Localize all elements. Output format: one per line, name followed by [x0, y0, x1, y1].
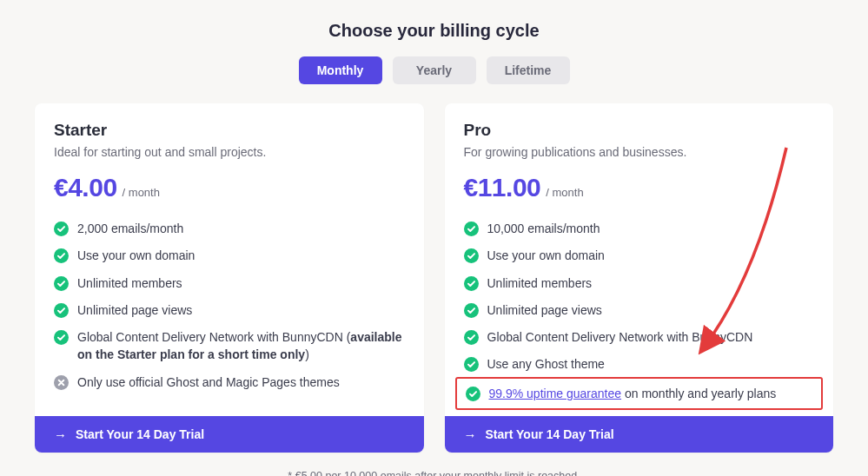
- start-trial-button[interactable]: → Start Your 14 Day Trial: [445, 416, 834, 453]
- plan-features: 10,000 emails/monthUse your own domainUn…: [464, 220, 815, 404]
- plan-tagline: For growing publications and businesses.: [464, 145, 815, 159]
- feature-text: Unlimited members: [487, 274, 593, 292]
- feature-row: 2,000 emails/month: [54, 220, 405, 237]
- feature-row: Unlimited page views: [54, 301, 405, 319]
- feature-text: 2,000 emails/month: [77, 220, 183, 237]
- feature-text: Use any Ghost theme: [487, 355, 605, 373]
- check-circle-icon: [464, 330, 479, 345]
- feature-row: Only use official Ghost and Magic Pages …: [54, 374, 405, 391]
- feature-row: Use your own domain: [464, 247, 815, 264]
- feature-row: 99.9% uptime guarantee on monthly and ye…: [466, 385, 813, 402]
- feature-text: Global Content Delivery Network with Bun…: [487, 328, 753, 346]
- check-circle-icon: [464, 221, 479, 236]
- feature-text: Global Content Delivery Network with Bun…: [77, 328, 405, 364]
- plan-price: €4.00: [54, 173, 117, 202]
- plan-tagline: Ideal for starting out and small project…: [54, 145, 405, 159]
- plan-card-pro: Pro For growing publications and busines…: [445, 103, 834, 453]
- feature-text: Only use official Ghost and Magic Pages …: [77, 374, 340, 391]
- feature-text: 10,000 emails/month: [487, 220, 600, 237]
- feature-row: Use your own domain: [54, 247, 405, 264]
- plan-card-starter: Starter Ideal for starting out and small…: [35, 103, 424, 453]
- plan-interval: / month: [123, 186, 160, 199]
- billing-cycle-tabs: Monthly Yearly Lifetime: [35, 56, 833, 84]
- feature-text: Use your own domain: [487, 247, 605, 264]
- plans-row: Starter Ideal for starting out and small…: [35, 103, 833, 453]
- footnote: * €5.00 per 10,000 emails after your mon…: [35, 470, 833, 476]
- feature-row: 10,000 emails/month: [464, 220, 815, 237]
- cta-label: Start Your 14 Day Trial: [486, 427, 614, 441]
- feature-text: Unlimited page views: [487, 301, 602, 319]
- plan-features: 2,000 emails/monthUse your own domainUnl…: [54, 220, 405, 391]
- page-title: Choose your billing cycle: [35, 21, 833, 41]
- feature-row: Use any Ghost theme: [464, 355, 815, 373]
- check-circle-icon: [464, 303, 479, 318]
- check-circle-icon: [54, 248, 69, 263]
- plan-name: Pro: [464, 121, 815, 140]
- check-circle-icon: [54, 276, 69, 291]
- tab-lifetime[interactable]: Lifetime: [487, 56, 570, 84]
- feature-text: Use your own domain: [77, 247, 195, 264]
- plan-price-row: €11.00 / month: [464, 173, 815, 202]
- feature-row: Unlimited members: [464, 274, 815, 292]
- check-circle-icon: [464, 276, 479, 291]
- check-circle-icon: [54, 221, 69, 236]
- tab-monthly[interactable]: Monthly: [299, 56, 382, 84]
- cta-label: Start Your 14 Day Trial: [76, 427, 204, 441]
- plan-price-row: €4.00 / month: [54, 173, 405, 202]
- feature-row: Unlimited members: [54, 274, 405, 292]
- highlighted-feature: 99.9% uptime guarantee on monthly and ye…: [455, 377, 824, 410]
- plan-price: €11.00: [464, 173, 541, 202]
- check-circle-icon: [54, 330, 69, 345]
- check-circle-icon: [466, 387, 480, 401]
- arrow-right-icon: →: [464, 428, 477, 441]
- check-circle-icon: [54, 303, 69, 318]
- feature-text: Unlimited members: [77, 274, 182, 292]
- feature-text: Unlimited page views: [77, 301, 192, 319]
- feature-row: Global Content Delivery Network with Bun…: [54, 328, 405, 364]
- start-trial-button[interactable]: → Start Your 14 Day Trial: [35, 416, 424, 453]
- feature-text[interactable]: 99.9% uptime guarantee on monthly and ye…: [489, 385, 777, 402]
- tab-yearly[interactable]: Yearly: [393, 56, 476, 84]
- plan-name: Starter: [54, 121, 405, 140]
- check-circle-icon: [464, 357, 479, 372]
- feature-row: Global Content Delivery Network with Bun…: [464, 328, 815, 346]
- plan-interval: / month: [546, 186, 583, 199]
- check-circle-icon: [464, 248, 479, 263]
- cross-circle-icon: [54, 375, 69, 390]
- feature-row: Unlimited page views: [464, 301, 815, 319]
- arrow-right-icon: →: [54, 428, 67, 441]
